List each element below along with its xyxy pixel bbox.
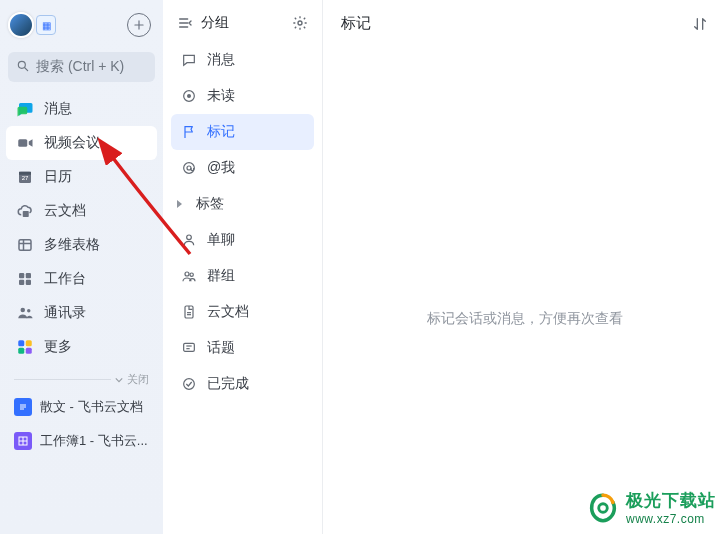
group-header[interactable]: 分组 bbox=[177, 14, 229, 32]
sort-icon[interactable] bbox=[692, 16, 708, 32]
svg-point-0 bbox=[18, 61, 25, 68]
topic-icon bbox=[181, 340, 197, 356]
svg-rect-10 bbox=[19, 273, 24, 278]
svg-rect-19 bbox=[26, 348, 32, 354]
svg-point-33 bbox=[185, 272, 189, 276]
group-item-single[interactable]: 单聊 bbox=[171, 222, 314, 258]
search-icon bbox=[16, 59, 30, 76]
svg-rect-7 bbox=[19, 240, 31, 251]
sidebar-item-messages[interactable]: 消息 bbox=[6, 92, 157, 126]
svg-rect-12 bbox=[19, 280, 24, 285]
chevron-down-icon bbox=[115, 376, 123, 384]
flag-icon bbox=[181, 124, 197, 140]
svg-rect-6 bbox=[23, 211, 29, 217]
watermark-url: www.xz7.com bbox=[626, 512, 716, 526]
svg-rect-16 bbox=[18, 340, 24, 346]
contacts-icon bbox=[16, 304, 34, 322]
panel-title: 标记 bbox=[341, 14, 371, 33]
calendar-icon: 27 bbox=[16, 168, 34, 186]
video-icon bbox=[16, 134, 34, 152]
sidebar-item-contacts[interactable]: 通讯录 bbox=[6, 296, 157, 330]
sidebar-label: 更多 bbox=[44, 338, 72, 356]
watermark-logo-icon bbox=[586, 491, 620, 525]
svg-point-34 bbox=[190, 273, 193, 276]
chat-bubble-icon bbox=[181, 52, 197, 68]
group-item-done[interactable]: 已完成 bbox=[171, 366, 314, 402]
left-sidebar: ▦ 搜索 (Ctrl + K) 消息 视频会议 27 日历 bbox=[0, 0, 163, 534]
group-item-flag[interactable]: 标记 bbox=[171, 114, 314, 150]
sheet-icon bbox=[14, 432, 32, 450]
watermark: 极光下载站 www.xz7.com bbox=[586, 489, 716, 526]
svg-point-14 bbox=[21, 308, 26, 313]
svg-point-41 bbox=[184, 379, 195, 390]
grid-table-icon bbox=[16, 236, 34, 254]
svg-point-31 bbox=[187, 166, 191, 170]
group-item-messages[interactable]: 消息 bbox=[171, 42, 314, 78]
gear-icon[interactable] bbox=[292, 15, 308, 31]
svg-rect-38 bbox=[184, 343, 195, 351]
sidebar-label: 视频会议 bbox=[44, 134, 100, 152]
group-item-tags[interactable]: 标签 bbox=[171, 186, 314, 222]
svg-point-42 bbox=[599, 503, 608, 512]
svg-rect-2 bbox=[18, 139, 27, 147]
sidebar-item-table[interactable]: 多维表格 bbox=[6, 228, 157, 262]
sidebar-item-video[interactable]: 视频会议 bbox=[6, 126, 157, 160]
expand-triangle-icon bbox=[177, 200, 182, 208]
cloud-doc-icon bbox=[16, 202, 34, 220]
apps-icon bbox=[16, 270, 34, 288]
unread-icon bbox=[181, 88, 197, 104]
sidebar-label: 通讯录 bbox=[44, 304, 86, 322]
svg-point-27 bbox=[298, 21, 302, 25]
sidebar-label: 多维表格 bbox=[44, 236, 100, 254]
collapse-list-icon bbox=[177, 15, 193, 31]
add-button[interactable] bbox=[127, 13, 151, 37]
svg-point-15 bbox=[27, 309, 30, 312]
org-badge[interactable]: ▦ bbox=[36, 15, 56, 35]
svg-point-29 bbox=[187, 94, 191, 98]
svg-rect-11 bbox=[26, 273, 31, 278]
search-input[interactable]: 搜索 (Ctrl + K) bbox=[8, 52, 155, 82]
at-icon bbox=[181, 160, 197, 176]
sidebar-item-more[interactable]: 更多 bbox=[6, 330, 157, 364]
single-chat-icon bbox=[181, 232, 197, 248]
group-column: 分组 消息 未读 标记 @我 标签 bbox=[163, 0, 323, 534]
sidebar-label: 云文档 bbox=[44, 202, 86, 220]
watermark-title: 极光下载站 bbox=[626, 489, 716, 512]
svg-point-30 bbox=[184, 163, 195, 174]
svg-rect-13 bbox=[26, 280, 31, 285]
empty-state-text: 标记会话或消息，方便再次查看 bbox=[323, 310, 726, 328]
doc-icon bbox=[14, 398, 32, 416]
group-title: 分组 bbox=[201, 14, 229, 32]
svg-line-1 bbox=[25, 67, 28, 70]
search-placeholder: 搜索 (Ctrl + K) bbox=[36, 58, 124, 76]
svg-rect-18 bbox=[18, 348, 24, 354]
recent-doc-1[interactable]: 散文 - 飞书云文档 bbox=[6, 391, 157, 423]
done-icon bbox=[181, 376, 197, 392]
doc-icon bbox=[181, 304, 197, 320]
group-item-topic[interactable]: 话题 bbox=[171, 330, 314, 366]
doc-label: 工作簿1 - 飞书云... bbox=[40, 432, 148, 450]
group-item-atme[interactable]: @我 bbox=[171, 150, 314, 186]
account-area[interactable]: ▦ bbox=[8, 12, 56, 38]
sidebar-item-calendar[interactable]: 27 日历 bbox=[6, 160, 157, 194]
svg-rect-17 bbox=[26, 340, 32, 346]
svg-text:27: 27 bbox=[22, 175, 29, 181]
group-item-unread[interactable]: 未读 bbox=[171, 78, 314, 114]
group-chat-icon bbox=[181, 268, 197, 284]
sidebar-item-clouddoc[interactable]: 云文档 bbox=[6, 194, 157, 228]
more-icon bbox=[16, 338, 34, 356]
sidebar-item-workbench[interactable]: 工作台 bbox=[6, 262, 157, 296]
collapse-toggle[interactable]: 关闭 bbox=[6, 364, 157, 391]
content-panel: 标记 标记会话或消息，方便再次查看 bbox=[323, 0, 726, 534]
chat-icon bbox=[16, 100, 34, 118]
svg-point-32 bbox=[187, 235, 192, 240]
plus-icon bbox=[132, 18, 146, 32]
avatar[interactable] bbox=[8, 12, 34, 38]
doc-label: 散文 - 飞书云文档 bbox=[40, 398, 143, 416]
group-item-group[interactable]: 群组 bbox=[171, 258, 314, 294]
sidebar-label: 日历 bbox=[44, 168, 72, 186]
sidebar-label: 消息 bbox=[44, 100, 72, 118]
recent-doc-2[interactable]: 工作簿1 - 飞书云... bbox=[6, 425, 157, 457]
sidebar-label: 工作台 bbox=[44, 270, 86, 288]
group-item-cloud[interactable]: 云文档 bbox=[171, 294, 314, 330]
